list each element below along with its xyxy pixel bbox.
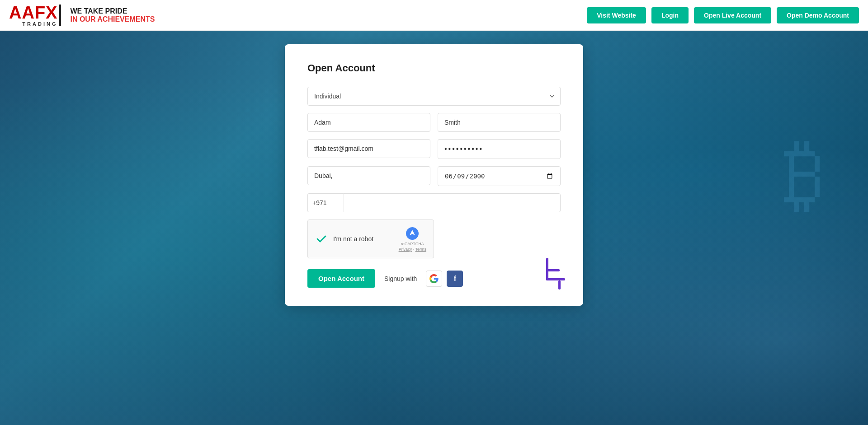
email-input[interactable] (307, 139, 430, 158)
recaptcha-links: Privacy · Terms (399, 247, 426, 252)
password-group (438, 139, 561, 159)
dob-group (438, 166, 561, 186)
tagline-line2: IN OUR ACHIEVEMENTS (70, 15, 587, 23)
form-card: Open Account Individual Corporate (285, 44, 583, 306)
email-password-row (307, 139, 561, 159)
last-name-group (438, 113, 561, 132)
account-type-dropdown-wrapper: Individual Corporate (307, 87, 561, 106)
header-buttons: Visit Website Login Open Live Account Op… (587, 7, 859, 23)
logo-divider (59, 5, 61, 26)
svg-rect-2 (546, 269, 560, 271)
recaptcha-logo-icon (405, 226, 420, 241)
open-demo-account-button[interactable]: Open Demo Account (777, 7, 859, 23)
tagline-line1: WE TAKE PRIDE (70, 7, 587, 15)
recaptcha-brand: reCAPTCHA (401, 242, 424, 246)
tagline: WE TAKE PRIDE IN OUR ACHIEVEMENTS (70, 7, 587, 23)
logo-aafx: AAFX (9, 4, 57, 21)
phone-row (307, 193, 561, 212)
privacy-link[interactable]: Privacy (399, 247, 412, 252)
recaptcha-checkmark-icon (315, 233, 328, 245)
svg-rect-1 (546, 278, 565, 280)
facebook-signup-button[interactable]: f (447, 271, 463, 287)
phone-number-input[interactable] (344, 193, 561, 212)
phone-prefix-input[interactable] (307, 193, 344, 212)
password-input[interactable] (438, 139, 561, 159)
name-row (307, 113, 561, 132)
open-account-button[interactable]: Open Account (307, 269, 375, 288)
google-icon (429, 274, 439, 283)
main-content: Open Account Individual Corporate (0, 31, 868, 425)
address-input[interactable] (307, 166, 430, 185)
terms-link[interactable]: Terms (415, 247, 427, 252)
account-type-select[interactable]: Individual Corporate (307, 87, 561, 106)
address-dob-row (307, 166, 561, 186)
form-actions: Open Account Signup with f (307, 269, 561, 288)
login-button[interactable]: Login (651, 7, 689, 23)
email-group (307, 139, 430, 159)
facebook-icon: f (454, 275, 456, 283)
recaptcha-box[interactable]: I'm not a robot reCAPTCHA Privacy · Term… (307, 220, 434, 258)
svg-rect-3 (558, 280, 561, 290)
recaptcha-right: reCAPTCHA Privacy · Terms (399, 226, 426, 252)
social-buttons: f (426, 271, 463, 287)
form-title: Open Account (307, 62, 561, 74)
dob-input[interactable] (438, 166, 561, 186)
logo-trading: TRADING (22, 21, 57, 27)
corner-brand-icon (542, 258, 570, 292)
open-live-account-button[interactable]: Open Live Account (694, 7, 771, 23)
address-group (307, 166, 430, 186)
visit-website-button[interactable]: Visit Website (587, 7, 646, 23)
recaptcha-label: I'm not a robot (333, 235, 373, 243)
recaptcha-left: I'm not a robot (315, 233, 373, 245)
google-signup-button[interactable] (426, 271, 442, 287)
last-name-input[interactable] (438, 113, 561, 132)
header: AAFX TRADING WE TAKE PRIDE IN OUR ACHIEV… (0, 0, 868, 31)
logo-area: AAFX TRADING (9, 4, 61, 27)
first-name-input[interactable] (307, 113, 430, 132)
signup-with-label: Signup with (384, 275, 417, 282)
first-name-group (307, 113, 430, 132)
